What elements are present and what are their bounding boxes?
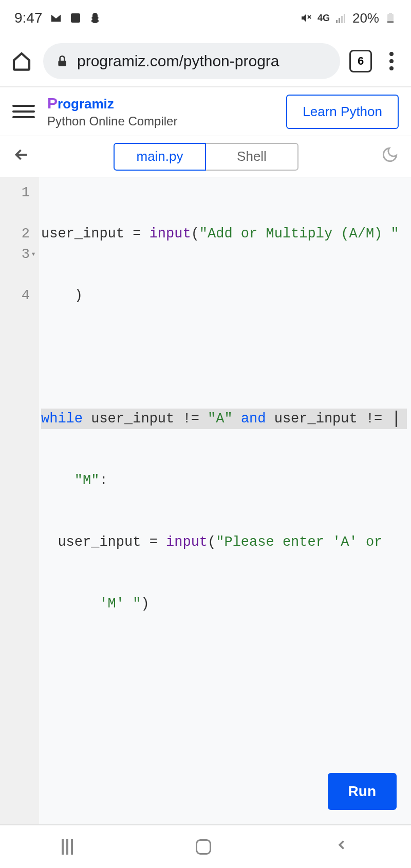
network-type: 4G	[317, 13, 330, 24]
mail-icon	[50, 12, 62, 24]
svg-rect-3	[336, 20, 338, 23]
browser-menu-button[interactable]	[381, 52, 402, 70]
svg-rect-6	[344, 14, 345, 23]
svg-rect-9	[389, 13, 392, 14]
line-number: 4	[4, 285, 30, 306]
browser-toolbar: programiz.com/python-progra 6	[0, 36, 411, 87]
back-button[interactable]	[12, 145, 31, 168]
code-content[interactable]: user_input = input("Add or Multiply (A/M…	[39, 177, 411, 824]
lock-icon	[55, 54, 69, 68]
nav-recents-button[interactable]	[62, 839, 73, 855]
moon-icon	[381, 146, 399, 163]
code-line: user_input = input("Add or Multiply (A/M…	[41, 224, 407, 244]
tab-shell[interactable]: Shell	[206, 143, 298, 171]
android-nav-bar	[0, 824, 411, 868]
svg-rect-8	[387, 21, 394, 23]
code-editor[interactable]: 1 2 3 4 user_input = input("Add or Multi…	[0, 177, 411, 824]
status-right: 4G 20%	[300, 10, 397, 26]
line-number: 2	[4, 224, 30, 244]
theme-toggle-button[interactable]	[381, 146, 399, 167]
browser-home-button[interactable]	[9, 49, 34, 73]
brand-subtitle: Python Online Compiler	[47, 114, 274, 128]
tab-switcher-button[interactable]: 6	[349, 50, 372, 72]
brand: Programiz Python Online Compiler	[47, 95, 274, 128]
download-icon	[69, 12, 82, 24]
status-time: 9:47	[14, 10, 43, 26]
svg-rect-4	[339, 18, 340, 23]
svg-rect-5	[341, 16, 343, 23]
tab-count: 6	[358, 54, 364, 68]
url-bar[interactable]: programiz.com/python-progra	[43, 43, 340, 79]
learn-python-button[interactable]: Learn Python	[286, 95, 399, 129]
signal-icon	[335, 12, 347, 24]
code-line-active: while user_input != "A" and user_input !…	[41, 409, 407, 429]
editor-toolbar: main.py Shell	[0, 136, 411, 177]
svg-rect-0	[71, 13, 80, 23]
run-button[interactable]: Run	[328, 773, 397, 810]
code-line-wrap: )	[41, 285, 407, 306]
line-number: 1	[4, 182, 30, 203]
chevron-left-icon	[334, 837, 349, 853]
mute-icon	[300, 12, 312, 24]
battery-percent: 20%	[352, 10, 379, 26]
site-header: Programiz Python Online Compiler Learn P…	[0, 87, 411, 136]
nav-back-button[interactable]	[334, 837, 349, 857]
editor-tabs: main.py Shell	[114, 143, 298, 171]
code-line	[41, 347, 407, 367]
code-line: user_input = input("Please enter 'A' or	[41, 532, 407, 552]
hamburger-menu-button[interactable]	[12, 105, 35, 118]
home-icon	[11, 51, 32, 71]
svg-rect-10	[58, 61, 66, 66]
code-line-wrap: 'M' ")	[41, 594, 407, 614]
square-icon	[196, 839, 211, 855]
status-left: 9:47	[14, 10, 101, 26]
nav-home-button[interactable]	[196, 839, 211, 855]
battery-icon	[384, 12, 397, 24]
tab-main[interactable]: main.py	[114, 143, 206, 171]
url-text: programiz.com/python-progra	[77, 52, 279, 70]
snapchat-icon	[89, 12, 101, 24]
brand-logo[interactable]: Programiz	[47, 95, 274, 112]
code-line-wrap: "M":	[41, 470, 407, 491]
arrow-left-icon	[12, 145, 31, 164]
line-gutter: 1 2 3 4	[0, 177, 39, 824]
line-number: 3	[4, 244, 30, 265]
android-status-bar: 9:47 4G 20%	[0, 0, 411, 36]
